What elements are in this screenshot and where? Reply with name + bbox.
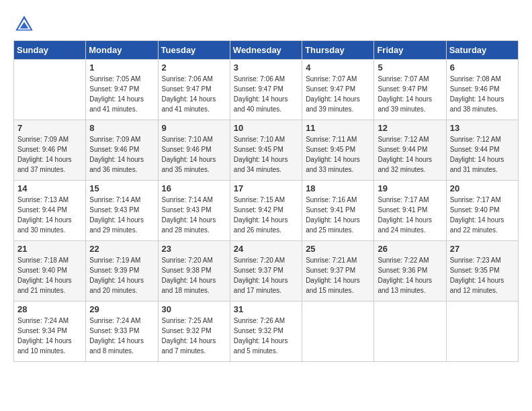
day-number: 1 [89,62,154,73]
day-info: Sunrise: 7:21 AMSunset: 9:37 PMDaylight:… [306,255,370,295]
day-number: 18 [306,183,370,193]
day-number: 10 [234,123,298,133]
calendar-cell: 7Sunrise: 7:09 AMSunset: 9:46 PMDaylight… [14,120,86,181]
day-number: 26 [378,244,442,254]
logo [13,13,38,35]
calendar-cell: 24Sunrise: 7:20 AMSunset: 9:37 PMDayligh… [230,241,302,302]
day-number: 4 [306,62,370,73]
column-header-monday: Monday [86,41,158,60]
calendar-cell: 20Sunrise: 7:17 AMSunset: 9:40 PMDayligh… [446,181,518,241]
day-info: Sunrise: 7:12 AMSunset: 9:44 PMDaylight:… [450,134,515,175]
day-info: Sunrise: 7:25 AMSunset: 9:32 PMDaylight:… [162,316,226,356]
calendar-cell: 11Sunrise: 7:11 AMSunset: 9:45 PMDayligh… [302,120,374,181]
day-number: 2 [162,62,226,73]
logo-icon [13,13,35,35]
calendar-cell: 14Sunrise: 7:13 AMSunset: 9:44 PMDayligh… [14,181,86,241]
day-info: Sunrise: 7:20 AMSunset: 9:38 PMDaylight:… [162,255,226,295]
day-info: Sunrise: 7:05 AMSunset: 9:47 PMDaylight:… [89,74,154,114]
day-number: 16 [162,183,226,193]
day-number: 21 [17,244,82,254]
calendar-cell: 30Sunrise: 7:25 AMSunset: 9:32 PMDayligh… [158,302,230,362]
calendar-cell: 2Sunrise: 7:06 AMSunset: 9:47 PMDaylight… [158,60,230,120]
day-number: 3 [234,62,298,73]
day-info: Sunrise: 7:14 AMSunset: 9:43 PMDaylight:… [162,195,226,235]
day-info: Sunrise: 7:12 AMSunset: 9:44 PMDaylight:… [378,134,442,175]
day-number: 19 [378,183,442,193]
day-number: 25 [306,244,370,254]
day-info: Sunrise: 7:15 AMSunset: 9:42 PMDaylight:… [234,195,298,235]
calendar-cell: 29Sunrise: 7:24 AMSunset: 9:33 PMDayligh… [86,302,158,362]
day-info: Sunrise: 7:09 AMSunset: 9:46 PMDaylight:… [89,134,154,175]
column-header-sunday: Sunday [14,41,86,60]
day-info: Sunrise: 7:17 AMSunset: 9:40 PMDaylight:… [450,195,515,235]
day-info: Sunrise: 7:20 AMSunset: 9:37 PMDaylight:… [234,255,298,295]
day-number: 7 [17,123,82,133]
day-number: 9 [162,123,226,133]
day-number: 27 [450,244,515,254]
day-number: 23 [162,244,226,254]
calendar-cell: 5Sunrise: 7:07 AMSunset: 9:47 PMDaylight… [374,60,446,120]
day-number: 11 [306,123,370,133]
day-info: Sunrise: 7:09 AMSunset: 9:46 PMDaylight:… [17,134,82,175]
day-number: 12 [378,123,442,133]
day-info: Sunrise: 7:07 AMSunset: 9:47 PMDaylight:… [306,74,370,114]
calendar-cell: 8Sunrise: 7:09 AMSunset: 9:46 PMDaylight… [86,120,158,181]
calendar-week-4: 21Sunrise: 7:18 AMSunset: 9:40 PMDayligh… [14,241,519,302]
calendar-cell: 4Sunrise: 7:07 AMSunset: 9:47 PMDaylight… [302,60,374,120]
calendar-cell: 13Sunrise: 7:12 AMSunset: 9:44 PMDayligh… [446,120,518,181]
column-header-thursday: Thursday [302,41,374,60]
day-info: Sunrise: 7:19 AMSunset: 9:39 PMDaylight:… [89,255,154,295]
calendar-table: SundayMondayTuesdayWednesdayThursdayFrid… [13,40,519,362]
day-number: 5 [378,62,442,73]
day-number: 8 [89,123,154,133]
day-number: 15 [89,183,154,193]
calendar-cell: 23Sunrise: 7:20 AMSunset: 9:38 PMDayligh… [158,241,230,302]
calendar-cell: 25Sunrise: 7:21 AMSunset: 9:37 PMDayligh… [302,241,374,302]
calendar-cell [302,302,374,362]
calendar-week-3: 14Sunrise: 7:13 AMSunset: 9:44 PMDayligh… [14,181,519,241]
day-number: 29 [89,304,154,314]
day-info: Sunrise: 7:14 AMSunset: 9:43 PMDaylight:… [89,195,154,235]
calendar-week-1: 1Sunrise: 7:05 AMSunset: 9:47 PMDaylight… [14,60,519,120]
column-header-saturday: Saturday [446,41,518,60]
day-info: Sunrise: 7:10 AMSunset: 9:46 PMDaylight:… [162,134,226,175]
day-info: Sunrise: 7:10 AMSunset: 9:45 PMDaylight:… [234,134,298,175]
day-info: Sunrise: 7:22 AMSunset: 9:36 PMDaylight:… [378,255,442,295]
calendar-cell [14,60,86,120]
day-info: Sunrise: 7:24 AMSunset: 9:33 PMDaylight:… [89,316,154,356]
column-header-tuesday: Tuesday [158,41,230,60]
day-info: Sunrise: 7:11 AMSunset: 9:45 PMDaylight:… [306,134,370,175]
day-number: 24 [234,244,298,254]
calendar-cell: 15Sunrise: 7:14 AMSunset: 9:43 PMDayligh… [86,181,158,241]
calendar-cell [374,302,446,362]
day-info: Sunrise: 7:26 AMSunset: 9:32 PMDaylight:… [234,316,298,356]
calendar-week-2: 7Sunrise: 7:09 AMSunset: 9:46 PMDaylight… [14,120,519,181]
calendar-cell: 19Sunrise: 7:17 AMSunset: 9:41 PMDayligh… [374,181,446,241]
calendar-cell: 16Sunrise: 7:14 AMSunset: 9:43 PMDayligh… [158,181,230,241]
column-header-friday: Friday [374,41,446,60]
calendar-cell: 31Sunrise: 7:26 AMSunset: 9:32 PMDayligh… [230,302,302,362]
day-info: Sunrise: 7:07 AMSunset: 9:47 PMDaylight:… [378,74,442,114]
day-number: 20 [450,183,515,193]
calendar-cell: 21Sunrise: 7:18 AMSunset: 9:40 PMDayligh… [14,241,86,302]
day-number: 30 [162,304,226,314]
day-number: 28 [17,304,82,314]
calendar-cell: 18Sunrise: 7:16 AMSunset: 9:41 PMDayligh… [302,181,374,241]
calendar-cell: 17Sunrise: 7:15 AMSunset: 9:42 PMDayligh… [230,181,302,241]
page-header [13,13,519,35]
day-number: 22 [89,244,154,254]
column-header-wednesday: Wednesday [230,41,302,60]
calendar-cell: 12Sunrise: 7:12 AMSunset: 9:44 PMDayligh… [374,120,446,181]
calendar-cell: 27Sunrise: 7:23 AMSunset: 9:35 PMDayligh… [446,241,518,302]
calendar-cell: 22Sunrise: 7:19 AMSunset: 9:39 PMDayligh… [86,241,158,302]
day-number: 17 [234,183,298,193]
calendar-week-5: 28Sunrise: 7:24 AMSunset: 9:34 PMDayligh… [14,302,519,362]
day-number: 13 [450,123,515,133]
day-info: Sunrise: 7:16 AMSunset: 9:41 PMDaylight:… [306,195,370,235]
day-info: Sunrise: 7:23 AMSunset: 9:35 PMDaylight:… [450,255,515,295]
day-info: Sunrise: 7:06 AMSunset: 9:47 PMDaylight:… [234,74,298,114]
day-info: Sunrise: 7:17 AMSunset: 9:41 PMDaylight:… [378,195,442,235]
calendar-header-row: SundayMondayTuesdayWednesdayThursdayFrid… [14,41,519,60]
calendar-cell: 6Sunrise: 7:08 AMSunset: 9:46 PMDaylight… [446,60,518,120]
day-info: Sunrise: 7:08 AMSunset: 9:46 PMDaylight:… [450,74,515,114]
